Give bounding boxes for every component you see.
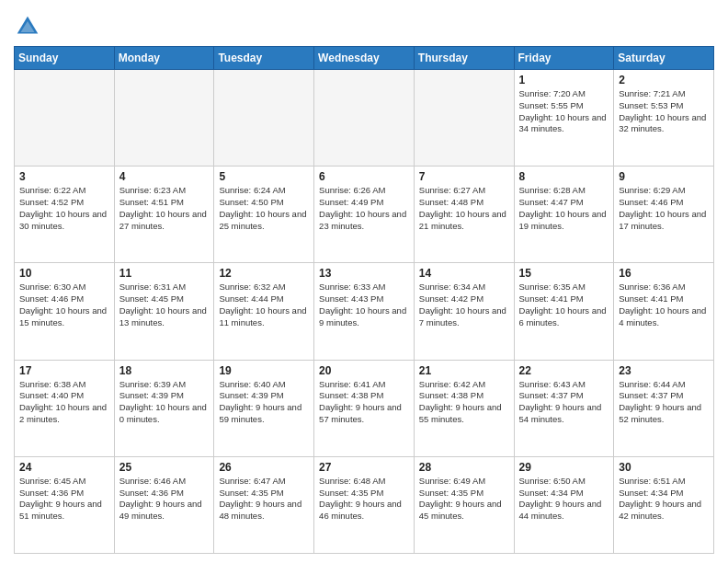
calendar: Sunday Monday Tuesday Wednesday Thursday… (14, 46, 714, 554)
cal-cell: 25Sunrise: 6:46 AM Sunset: 4:36 PM Dayli… (114, 456, 214, 553)
cal-cell: 9Sunrise: 6:29 AM Sunset: 4:46 PM Daylig… (614, 167, 714, 263)
week-row-5: 24Sunrise: 6:45 AM Sunset: 4:36 PM Dayli… (15, 456, 714, 553)
day-number: 10 (19, 267, 109, 280)
page: Sunday Monday Tuesday Wednesday Thursday… (0, 0, 728, 563)
day-number: 15 (519, 267, 609, 280)
day-info: Sunrise: 6:51 AM Sunset: 4:34 PM Dayligh… (619, 476, 709, 523)
day-number: 17 (19, 364, 109, 377)
day-number: 25 (119, 461, 210, 474)
day-info: Sunrise: 6:34 AM Sunset: 4:42 PM Dayligh… (419, 282, 509, 328)
day-number: 26 (219, 461, 309, 474)
day-info: Sunrise: 6:27 AM Sunset: 4:48 PM Dayligh… (419, 185, 509, 232)
day-info: Sunrise: 6:45 AM Sunset: 4:36 PM Dayligh… (19, 476, 109, 523)
col-wednesday: Wednesday (314, 47, 415, 70)
day-number: 29 (519, 461, 609, 474)
day-info: Sunrise: 6:40 AM Sunset: 4:39 PM Dayligh… (219, 379, 309, 426)
cal-cell (314, 70, 415, 167)
cal-cell: 14Sunrise: 6:34 AM Sunset: 4:42 PM Dayli… (414, 263, 514, 360)
week-row-3: 10Sunrise: 6:30 AM Sunset: 4:46 PM Dayli… (15, 263, 714, 360)
day-number: 23 (619, 364, 709, 377)
logo-icon (14, 13, 41, 40)
cal-cell: 22Sunrise: 6:43 AM Sunset: 4:37 PM Dayli… (514, 360, 614, 456)
cal-cell: 17Sunrise: 6:38 AM Sunset: 4:40 PM Dayli… (15, 360, 115, 456)
calendar-header: Sunday Monday Tuesday Wednesday Thursday… (15, 47, 714, 70)
day-number: 1 (519, 74, 609, 86)
week-row-4: 17Sunrise: 6:38 AM Sunset: 4:40 PM Dayli… (15, 360, 714, 456)
cal-cell: 18Sunrise: 6:39 AM Sunset: 4:39 PM Dayli… (114, 360, 214, 456)
cal-cell (414, 70, 514, 167)
day-number: 16 (619, 267, 709, 280)
cal-cell: 21Sunrise: 6:42 AM Sunset: 4:38 PM Dayli… (414, 360, 514, 456)
cal-cell: 3Sunrise: 6:22 AM Sunset: 4:52 PM Daylig… (15, 167, 115, 263)
day-number: 20 (319, 364, 409, 377)
week-row-1: 1Sunrise: 7:20 AM Sunset: 5:55 PM Daylig… (15, 70, 714, 167)
header-row: Sunday Monday Tuesday Wednesday Thursday… (15, 47, 714, 70)
day-number: 28 (419, 461, 509, 474)
cal-cell: 2Sunrise: 7:21 AM Sunset: 5:53 PM Daylig… (614, 70, 714, 167)
day-number: 12 (219, 267, 309, 280)
cal-cell: 28Sunrise: 6:49 AM Sunset: 4:35 PM Dayli… (414, 456, 514, 553)
cal-cell (15, 70, 115, 167)
day-info: Sunrise: 6:41 AM Sunset: 4:38 PM Dayligh… (319, 379, 409, 426)
day-number: 9 (619, 170, 709, 183)
day-info: Sunrise: 6:30 AM Sunset: 4:46 PM Dayligh… (19, 282, 109, 328)
day-info: Sunrise: 6:47 AM Sunset: 4:35 PM Dayligh… (219, 476, 309, 523)
cal-cell: 7Sunrise: 6:27 AM Sunset: 4:48 PM Daylig… (414, 167, 514, 263)
cal-cell: 16Sunrise: 6:36 AM Sunset: 4:41 PM Dayli… (614, 263, 714, 360)
cal-cell: 4Sunrise: 6:23 AM Sunset: 4:51 PM Daylig… (114, 167, 214, 263)
day-info: Sunrise: 6:38 AM Sunset: 4:40 PM Dayligh… (19, 379, 109, 426)
day-number: 7 (419, 170, 509, 183)
day-info: Sunrise: 6:29 AM Sunset: 4:46 PM Dayligh… (619, 185, 709, 232)
day-number: 8 (519, 170, 609, 183)
cal-cell (214, 70, 314, 167)
day-info: Sunrise: 6:23 AM Sunset: 4:51 PM Dayligh… (119, 185, 210, 232)
cal-cell: 5Sunrise: 6:24 AM Sunset: 4:50 PM Daylig… (214, 167, 314, 263)
cal-cell: 27Sunrise: 6:48 AM Sunset: 4:35 PM Dayli… (314, 456, 415, 553)
day-info: Sunrise: 6:35 AM Sunset: 4:41 PM Dayligh… (519, 282, 609, 328)
day-number: 18 (119, 364, 210, 377)
day-number: 27 (319, 461, 409, 474)
col-thursday: Thursday (414, 47, 514, 70)
cal-cell: 8Sunrise: 6:28 AM Sunset: 4:47 PM Daylig… (514, 167, 614, 263)
day-info: Sunrise: 6:44 AM Sunset: 4:37 PM Dayligh… (619, 379, 709, 426)
calendar-body: 1Sunrise: 7:20 AM Sunset: 5:55 PM Daylig… (15, 70, 714, 554)
cal-cell: 1Sunrise: 7:20 AM Sunset: 5:55 PM Daylig… (514, 70, 614, 167)
day-number: 13 (319, 267, 409, 280)
day-info: Sunrise: 6:33 AM Sunset: 4:43 PM Dayligh… (319, 282, 409, 328)
day-number: 22 (519, 364, 609, 377)
day-number: 19 (219, 364, 309, 377)
cal-cell: 10Sunrise: 6:30 AM Sunset: 4:46 PM Dayli… (15, 263, 115, 360)
day-info: Sunrise: 6:32 AM Sunset: 4:44 PM Dayligh… (219, 282, 309, 328)
day-info: Sunrise: 6:26 AM Sunset: 4:49 PM Dayligh… (319, 185, 409, 232)
day-number: 24 (19, 461, 109, 474)
cal-cell: 26Sunrise: 6:47 AM Sunset: 4:35 PM Dayli… (214, 456, 314, 553)
day-info: Sunrise: 6:28 AM Sunset: 4:47 PM Dayligh… (519, 185, 609, 232)
day-number: 14 (419, 267, 509, 280)
day-info: Sunrise: 6:49 AM Sunset: 4:35 PM Dayligh… (419, 476, 509, 523)
cal-cell (114, 70, 214, 167)
col-saturday: Saturday (614, 47, 714, 70)
cal-cell: 29Sunrise: 6:50 AM Sunset: 4:34 PM Dayli… (514, 456, 614, 553)
day-info: Sunrise: 6:31 AM Sunset: 4:45 PM Dayligh… (119, 282, 210, 328)
day-number: 21 (419, 364, 509, 377)
day-info: Sunrise: 7:20 AM Sunset: 5:55 PM Dayligh… (519, 88, 609, 135)
day-number: 4 (119, 170, 210, 183)
col-tuesday: Tuesday (214, 47, 314, 70)
cal-cell: 19Sunrise: 6:40 AM Sunset: 4:39 PM Dayli… (214, 360, 314, 456)
logo (14, 13, 45, 40)
day-info: Sunrise: 7:21 AM Sunset: 5:53 PM Dayligh… (619, 88, 709, 135)
day-info: Sunrise: 6:42 AM Sunset: 4:38 PM Dayligh… (419, 379, 509, 426)
day-info: Sunrise: 6:50 AM Sunset: 4:34 PM Dayligh… (519, 476, 609, 523)
cal-cell: 20Sunrise: 6:41 AM Sunset: 4:38 PM Dayli… (314, 360, 415, 456)
col-monday: Monday (114, 47, 214, 70)
day-number: 6 (319, 170, 409, 183)
calendar-table: Sunday Monday Tuesday Wednesday Thursday… (14, 46, 714, 554)
cal-cell: 24Sunrise: 6:45 AM Sunset: 4:36 PM Dayli… (15, 456, 115, 553)
day-info: Sunrise: 6:22 AM Sunset: 4:52 PM Dayligh… (19, 185, 109, 232)
cal-cell: 6Sunrise: 6:26 AM Sunset: 4:49 PM Daylig… (314, 167, 415, 263)
col-friday: Friday (514, 47, 614, 70)
col-sunday: Sunday (15, 47, 115, 70)
day-number: 30 (619, 461, 709, 474)
week-row-2: 3Sunrise: 6:22 AM Sunset: 4:52 PM Daylig… (15, 167, 714, 263)
cal-cell: 23Sunrise: 6:44 AM Sunset: 4:37 PM Dayli… (614, 360, 714, 456)
